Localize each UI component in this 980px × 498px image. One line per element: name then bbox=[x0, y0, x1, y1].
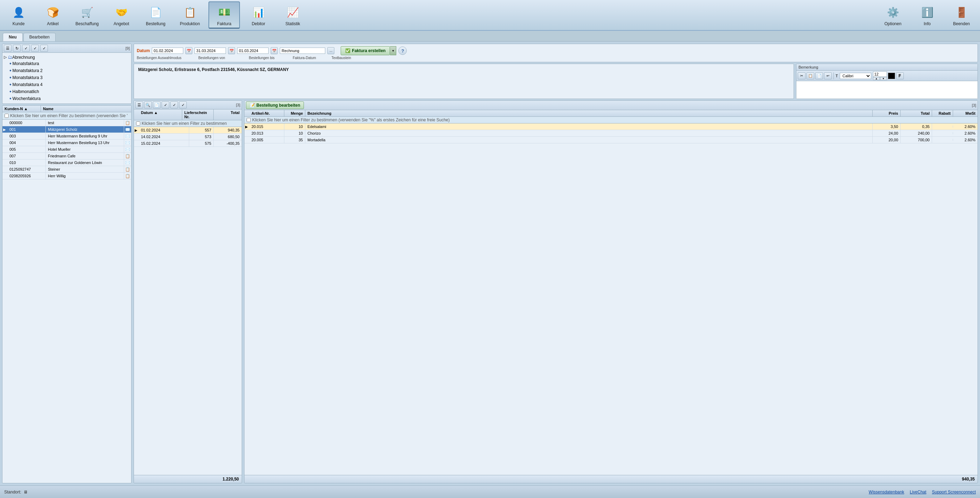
toolbar-bestellung[interactable]: 📄 Bestellung bbox=[140, 2, 171, 29]
toolbar-statistik[interactable]: 📈 Statistik bbox=[277, 2, 309, 29]
remark-paste-btn[interactable]: 📄 bbox=[815, 72, 823, 80]
date-from-cal-btn[interactable]: 📅 bbox=[185, 47, 192, 54]
articles-row-0[interactable]: ▶ 20.015 10 Edelsalami 3,50 0,35 2.60% bbox=[245, 123, 978, 130]
faktura-date-cal-btn[interactable]: 📅 bbox=[271, 47, 278, 54]
date-to-cal-btn[interactable]: 📅 bbox=[228, 47, 235, 54]
tree-btn-list[interactable]: ☰ bbox=[4, 45, 11, 52]
color-swatch[interactable] bbox=[888, 73, 895, 79]
toolbar-info[interactable]: ℹ️ Info bbox=[912, 2, 943, 29]
articles-th-bezeichnung[interactable]: Bezeichnung bbox=[305, 110, 873, 116]
tree-root[interactable]: ▷ 🗂 Abrechnung bbox=[4, 54, 130, 60]
help-btn[interactable]: ? bbox=[398, 46, 407, 55]
customer-filter-check[interactable] bbox=[5, 114, 9, 118]
customer-icon-8: 📋 bbox=[124, 174, 131, 178]
orders-datum-2: 15.02.2024 bbox=[139, 140, 189, 146]
faktura-dropdown-btn[interactable]: ▼ bbox=[390, 46, 396, 55]
font-size-down-btn[interactable]: ▼ bbox=[880, 77, 887, 80]
customer-row-0[interactable]: 000000 test 📋 bbox=[2, 119, 131, 126]
articles-th-menge[interactable]: Menge bbox=[284, 110, 305, 116]
toolbar-produktion[interactable]: 📋 Produktion bbox=[174, 2, 206, 29]
tree-item-6[interactable]: • Manuell bbox=[10, 102, 130, 103]
customer-row-1[interactable]: ▶ 001 Mätzgerei Scholz ✉️ bbox=[2, 126, 131, 133]
tab-bearbeiten[interactable]: Bearbeiten bbox=[24, 33, 56, 41]
orders-filter-check[interactable] bbox=[136, 121, 140, 126]
wissensdatenbank-link[interactable]: Wissensdatenbank bbox=[869, 490, 904, 495]
customer-row-8[interactable]: 0208205926 Herr Willig 📋 bbox=[2, 173, 131, 180]
addr-remark: Mätzgerei Scholz, Erlistrasse 6, Postfac… bbox=[134, 64, 978, 99]
toolbar-angebot[interactable]: 🤝 Angebot bbox=[106, 2, 137, 29]
type-dropdown-btn[interactable]: … bbox=[328, 47, 334, 54]
articles-th-total[interactable]: Total bbox=[900, 110, 932, 116]
customer-row-3[interactable]: 004 Herr Mustermann Bestellung 13 Uhr ✉️ bbox=[2, 140, 131, 146]
orders-row-0[interactable]: ▶ 01.02.2024 557 940,35 bbox=[134, 127, 242, 134]
tree-item-4[interactable]: • Halbmonatlich bbox=[10, 88, 130, 95]
articles-th-rabatt[interactable]: Rabatt bbox=[932, 110, 953, 116]
customer-name-4: Hotel Mueller bbox=[46, 146, 124, 153]
toolbar-artikel[interactable]: 🍞 Artikel bbox=[37, 2, 68, 29]
orders-th-datum[interactable]: Datum ▲ bbox=[139, 110, 182, 120]
toolbar-beenden[interactable]: 🚪 Beenden bbox=[946, 2, 977, 29]
articles-th-preis[interactable]: Preis bbox=[873, 110, 900, 116]
faktura-date-input[interactable] bbox=[237, 48, 269, 54]
orders-row-1[interactable]: 14.02.2024 573 680,50 bbox=[134, 134, 242, 140]
customer-row-4[interactable]: 005 Hotel Mueller ✉️ bbox=[2, 146, 131, 153]
faktura-erstellen-btn[interactable]: ✅ Faktura erstellen bbox=[340, 46, 390, 55]
customer-row-5[interactable]: 007 Friedmann Cafe 📋 bbox=[2, 153, 131, 159]
orders-btn-4[interactable]: ✓ bbox=[162, 102, 169, 108]
tree-btn-check2[interactable]: ✓ bbox=[31, 45, 39, 52]
articles-rows-container[interactable]: ▶ 20.015 10 Edelsalami 3,50 0,35 2.60% 2… bbox=[245, 123, 978, 475]
font-size-up-btn[interactable]: ▲ bbox=[873, 77, 880, 80]
customer-col-nr[interactable]: Kunden-N ▲ bbox=[2, 106, 41, 112]
customer-row-7[interactable]: 0125092747 Steiner 📋 bbox=[2, 166, 131, 173]
articles-th-mwst[interactable]: MwSt bbox=[953, 110, 978, 116]
orders-btn-5[interactable]: ✓ bbox=[170, 102, 178, 108]
tree-btn-check1[interactable]: ✓ bbox=[22, 45, 30, 52]
font-size-input[interactable] bbox=[873, 72, 887, 77]
orders-th-total[interactable]: Total bbox=[214, 110, 242, 120]
font-select[interactable]: Calibri bbox=[840, 73, 871, 79]
tree-btn-check3[interactable]: ✓ bbox=[40, 45, 48, 52]
tree-item-5[interactable]: • Wochenfaktura bbox=[10, 95, 130, 102]
date-from-input[interactable] bbox=[152, 48, 183, 54]
articles-row-2[interactable]: 20.005 35 Mortadella 20,00 700,00 2.60% bbox=[245, 137, 978, 143]
articles-th-artikel-nr[interactable]: Artikel-Nr. bbox=[249, 110, 284, 116]
livechat-link[interactable]: LiveChat bbox=[910, 490, 926, 495]
tree-item-3[interactable]: • Monatsfaktura 4 bbox=[10, 81, 130, 88]
orders-row-2[interactable]: 15.02.2024 575 -400,35 bbox=[134, 140, 242, 147]
orders-btn-3[interactable]: 📄 bbox=[153, 102, 161, 108]
customer-row-6[interactable]: 010 Restaurant zur Goldenen Löwin ✉️ bbox=[2, 159, 131, 166]
articles-filter[interactable]: Klicken Sie hier um einen Filter zu best… bbox=[245, 117, 978, 123]
toolbar-debitor[interactable]: 📊 Debitor bbox=[243, 2, 274, 29]
orders-filter[interactable]: Klicken Sie hier um einen Filter zu best… bbox=[134, 120, 242, 127]
toolbar-faktura[interactable]: 💵 Faktura bbox=[208, 2, 240, 29]
remark-copy-btn[interactable]: 📋 bbox=[807, 72, 814, 80]
remark-cut-btn[interactable]: ✂ bbox=[798, 72, 805, 80]
orders-btn-2[interactable]: 🔍 bbox=[144, 102, 152, 108]
customer-col-name[interactable]: Name bbox=[41, 106, 131, 112]
type-input[interactable] bbox=[280, 48, 325, 54]
orders-btn-6[interactable]: ✓ bbox=[179, 102, 187, 108]
customer-filter-row[interactable]: Klicken Sie hier um einen Filter zu best… bbox=[2, 112, 131, 119]
tab-neu[interactable]: Neu bbox=[3, 33, 23, 41]
toolbar-kunde[interactable]: 👤 Kunde bbox=[3, 2, 34, 29]
tree-content[interactable]: ▷ 🗂 Abrechnung • Monatsfaktura • Monatsf… bbox=[2, 53, 131, 103]
date-to-input[interactable] bbox=[194, 48, 226, 54]
tree-item-1[interactable]: • Monatsfaktura 2 bbox=[10, 67, 130, 74]
orders-th-lieferschein[interactable]: Lieferschein Nr. bbox=[182, 110, 214, 120]
articles-row-1[interactable]: 20.013 10 Chorizo 24,00 240,00 2.60% bbox=[245, 130, 978, 137]
tree-btn-refresh[interactable]: ↻ bbox=[13, 45, 21, 52]
orders-btn-1[interactable]: ☰ bbox=[135, 102, 143, 108]
toolbar-optionen[interactable]: ⚙️ Optionen bbox=[877, 2, 908, 29]
customer-row-2[interactable]: 003 Herr Mustermann Bestellung 9 Uhr ✉️ bbox=[2, 133, 131, 140]
support-screenconnect-link[interactable]: Support Screenconnect bbox=[932, 490, 976, 495]
bold-btn[interactable]: F bbox=[896, 72, 904, 80]
tree-item-0[interactable]: • Monatsfaktura bbox=[10, 60, 130, 67]
tree-item-2[interactable]: • Monatsfaktura 3 bbox=[10, 74, 130, 81]
toolbar-beschaffung[interactable]: 🛒 Beschaffung bbox=[72, 2, 103, 29]
remark-content[interactable] bbox=[796, 81, 978, 99]
orders-rows-container[interactable]: ▶ 01.02.2024 557 940,35 14.02.2024 573 6… bbox=[134, 127, 242, 475]
bestellung-bearbeiten-btn[interactable]: 📝 Bestellung bearbeiten bbox=[246, 102, 304, 109]
remark-undo-btn[interactable]: ↩ bbox=[824, 72, 832, 80]
articles-filter-check[interactable] bbox=[247, 118, 251, 122]
customer-rows-container[interactable]: 000000 test 📋 ▶ 001 Mätzgerei Scholz ✉️ bbox=[2, 119, 131, 483]
